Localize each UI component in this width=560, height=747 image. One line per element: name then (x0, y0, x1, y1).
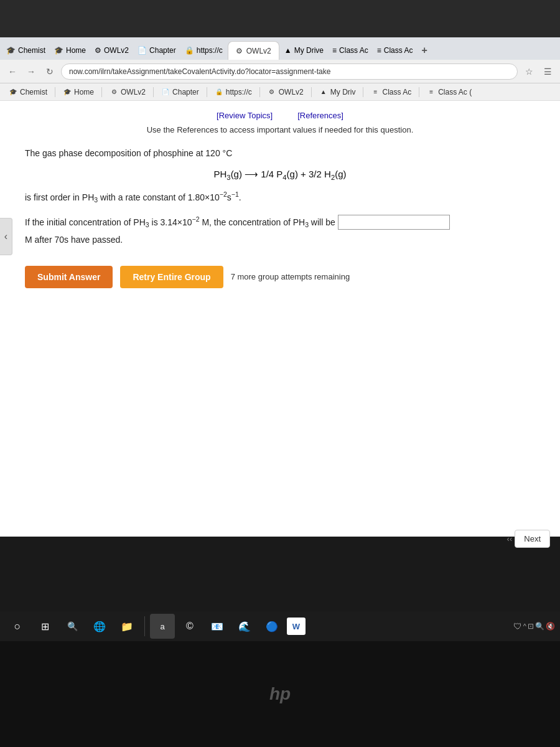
bookmark-chemist-icon: 🎓 (9, 88, 17, 96)
home-tab-icon: 🎓 (54, 46, 63, 55)
start-button[interactable]: ○ (5, 614, 30, 639)
bookmark-mydrive-label: My Driv (330, 88, 356, 96)
chemical-equation: PH3(g) ⟶ 1/4 P4(g) + 3/2 H2(g) (25, 169, 535, 181)
tab-drive[interactable]: ▲ My Drive (281, 45, 327, 56)
prev-arrow[interactable]: ‹‹ (507, 534, 513, 543)
tab-https-label: https://c (197, 46, 223, 55)
bookmark-chapter[interactable]: 📄 Chapter (157, 87, 203, 98)
bookmark-class-ac-1-label: Class Ac (382, 88, 411, 96)
submit-answer-button[interactable]: Submit Answer (25, 266, 113, 288)
back-button[interactable]: ← (5, 64, 20, 79)
address-input[interactable] (61, 63, 518, 80)
systray-battery[interactable]: ⊡ (528, 622, 534, 631)
question-intro: The gas phase decomposition of phosphine… (25, 147, 535, 160)
bookmarks-bar: 🎓 Chemist 🎓 Home ⚙ OWLv2 📄 Chapter 🔒 htt… (0, 83, 560, 101)
tab-course[interactable]: 🎓 Chemist (2, 45, 49, 56)
taskbar-divider-1 (144, 616, 145, 636)
systray-shield[interactable]: 🛡 (513, 621, 522, 631)
chapter-icon: 📄 (138, 46, 147, 55)
https-icon: 🔒 (185, 46, 194, 55)
bookmark-chemist-label: Chemist (20, 88, 47, 96)
references-link[interactable]: [References] (297, 111, 343, 120)
bookmark-owlv2[interactable]: ⚙ OWLv2 (106, 87, 149, 98)
bookmark-class-ac-2-icon: ≡ (427, 88, 436, 96)
separator-6 (311, 87, 312, 97)
review-topics-link[interactable]: [Review Topics] (217, 111, 273, 120)
tab-class-ac-1-label: Class Ac (339, 46, 368, 55)
top-bezel (0, 0, 560, 37)
separator-4 (207, 87, 207, 97)
tab-owlv2-active[interactable]: ⚙ OWLv2 (228, 41, 279, 60)
tab-bar: 🎓 Chemist 🎓 Home ⚙ OWLv2 📄 Chapter 🔒 htt… (0, 37, 560, 60)
tab-class-ac-1[interactable]: ≡ Class Ac (329, 45, 372, 56)
bookmark-https[interactable]: 🔒 https://c (211, 87, 256, 98)
tab-owlv2-active-label: OWLv2 (246, 47, 271, 55)
course-icon: 🎓 (6, 46, 16, 55)
tab-home[interactable]: 🎓 Home (50, 45, 90, 56)
class-ac-1-icon: ≡ (332, 46, 337, 55)
tab-owlv2-1-label: OWLv2 (104, 46, 129, 55)
refs-notice: Use the References to access important v… (19, 125, 541, 134)
taskbar-folder[interactable]: 📁 (114, 614, 139, 639)
next-button[interactable]: Next (515, 530, 550, 548)
owlv2-active-icon: ⚙ (236, 47, 243, 55)
bookmark-class-ac-1-icon: ≡ (371, 88, 380, 96)
bookmark-chemist[interactable]: 🎓 Chemist (5, 87, 51, 98)
owlv2-1-icon: ⚙ (95, 46, 101, 55)
tab-class-ac-2-label: Class Ac (384, 46, 413, 55)
tab-chapter[interactable]: 📄 Chapter (134, 45, 180, 56)
class-ac-2-icon: ≡ (377, 46, 381, 55)
systray: 🛡 ^ ⊡ 🔍 🔇 (513, 621, 555, 631)
tab-class-ac-2[interactable]: ≡ Class Ac (373, 45, 417, 56)
bookmark-chapter-icon: 📄 (161, 88, 170, 96)
drive-icon: ▲ (284, 46, 292, 55)
separator-1 (55, 87, 55, 97)
bookmark-mydrive-icon: ▲ (319, 88, 328, 96)
retry-group-button[interactable]: Retry Entire Group (120, 266, 223, 288)
bookmark-owlv2-2[interactable]: ⚙ OWLv2 (264, 87, 307, 98)
reload-button[interactable]: ↻ (42, 64, 57, 79)
left-collapse-button[interactable]: ‹ (0, 218, 12, 255)
bookmark-star-button[interactable]: ☆ (521, 64, 536, 79)
review-refs-bar: [Review Topics] [References] (19, 111, 541, 120)
bottom-bezel: hp (0, 641, 560, 747)
buttons-row: Submit Answer Retry Entire Group 7 more … (25, 266, 535, 288)
hp-logo: hp (269, 684, 291, 704)
taskbar-search[interactable]: 🔍 (60, 614, 85, 639)
bookmark-mydrive[interactable]: ▲ My Driv (315, 87, 360, 98)
taskbar-app-a[interactable]: a (150, 614, 175, 639)
systray-volume[interactable]: 🔇 (546, 622, 555, 631)
bookmark-owlv2-label: OWLv2 (121, 88, 146, 96)
taskbar-browser[interactable]: 🌐 (87, 614, 112, 639)
new-tab-button[interactable]: + (418, 44, 431, 57)
forward-button[interactable]: → (24, 64, 39, 79)
bookmark-class-ac-2[interactable]: ≡ Class Ac ( (423, 87, 475, 98)
taskbar-app-c[interactable]: © (177, 614, 202, 639)
page-content: [Review Topics] [References] Use the Ref… (0, 101, 560, 537)
bookmark-menu-button[interactable]: ☰ (540, 64, 555, 79)
taskbar-edge[interactable]: 🌊 (232, 614, 257, 639)
bookmark-home[interactable]: 🎓 Home (59, 87, 98, 98)
taskbar: ○ ⊞ 🔍 🌐 📁 a © 📧 🌊 🔵 W 🛡 ^ ⊡ 🔍 🔇 (0, 611, 560, 641)
address-bar-row: ← → ↻ ☆ ☰ (0, 60, 560, 83)
bookmark-class-ac-1[interactable]: ≡ Class Ac (367, 87, 415, 98)
taskbar-word[interactable]: W (287, 618, 306, 635)
attempts-remaining: 7 more group attempts remaining (231, 272, 350, 281)
tab-drive-label: My Drive (294, 46, 324, 55)
bookmark-class-ac-2-label: Class Ac ( (438, 88, 472, 96)
tab-https[interactable]: 🔒 https://c (181, 45, 226, 56)
bookmark-owlv2-2-icon: ⚙ (268, 88, 276, 96)
nav-arrows: ‹‹ Next (507, 530, 550, 548)
systray-search[interactable]: 🔍 (535, 622, 544, 631)
bookmark-https-label: https://c (226, 88, 252, 96)
problem-part1: If the initial concentration of PH3 is 3… (25, 214, 335, 230)
problem-statement: If the initial concentration of PH3 is 3… (25, 214, 535, 247)
taskbar-grid[interactable]: ⊞ (32, 614, 57, 639)
taskbar-email[interactable]: 📧 (205, 614, 230, 639)
taskbar-chrome[interactable]: 🔵 (259, 614, 284, 639)
tab-owlv2-1[interactable]: ⚙ OWLv2 (91, 45, 133, 56)
bookmark-home-label: Home (74, 88, 94, 96)
answer-input[interactable] (338, 215, 450, 230)
rate-text: is first order in PH3 with a rate consta… (25, 190, 535, 205)
systray-chevron[interactable]: ^ (523, 622, 526, 630)
